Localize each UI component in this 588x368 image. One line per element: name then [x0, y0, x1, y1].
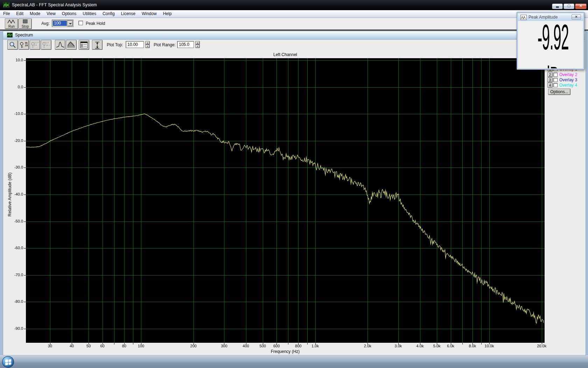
- overlay-select-button-3[interactable]: 3: [547, 77, 553, 82]
- main-toolbar: Run Stop Avg: 100 Peak Hold: [0, 18, 588, 29]
- run-wave-icon: [7, 19, 16, 24]
- overlay-select-button-4[interactable]: 4: [547, 83, 553, 88]
- taskbar: [0, 355, 588, 368]
- x-tick-label: 1.0k: [308, 344, 323, 348]
- x-tick-label: 400: [238, 344, 254, 348]
- options-dialog-icon: [80, 41, 88, 48]
- y-tick-label: -90.0: [9, 326, 23, 330]
- plot-range-field[interactable]: 105.0: [177, 41, 194, 48]
- x-axis-label: Frequency (Hz): [141, 349, 429, 354]
- menu-item-view[interactable]: View: [43, 10, 59, 18]
- minimize-button[interactable]: ▃: [552, 4, 563, 9]
- close-icon: ✕: [579, 4, 582, 8]
- plot-top-label: Plot Top:: [107, 42, 123, 47]
- y-tick-label: -20.0: [9, 138, 23, 143]
- avg-value: 100: [53, 21, 67, 26]
- menu-item-license[interactable]: License: [118, 10, 139, 18]
- menu-item-edit[interactable]: Edit: [13, 10, 27, 18]
- menu-item-help[interactable]: Help: [160, 10, 175, 18]
- zoom-in-2x-button[interactable]: IN2X: [19, 40, 29, 50]
- y-tick-label: -60.0: [9, 246, 23, 250]
- y-tick-label: -50.0: [9, 219, 23, 223]
- close-icon: ✕: [575, 15, 578, 19]
- peak-amplitude-titlebar[interactable]: Peak Amplitude ✕: [518, 13, 583, 21]
- avg-label: Avg:: [41, 21, 50, 26]
- avg-dropdown-arrow[interactable]: [67, 20, 73, 26]
- y-tick-label: 10.0: [9, 58, 23, 62]
- app-icon: [3, 2, 9, 8]
- plot-range-spinner[interactable]: ▲ ▼: [195, 41, 200, 48]
- y-tick-label: -10.0: [9, 111, 23, 116]
- y-tick-label: -80.0: [9, 299, 23, 304]
- peak-amplitude-body: -9.92 dB: [518, 21, 583, 68]
- overlay-label-4: Overlay 4: [559, 83, 577, 88]
- zoom-out-2x-button[interactable]: OUT2X: [30, 40, 40, 50]
- peak-amplitude-value: -9.92 dB: [538, 21, 564, 68]
- chevron-down-icon: [69, 23, 72, 26]
- menu-item-config[interactable]: Config: [99, 10, 118, 18]
- spectrum-curve-mode-button[interactable]: [55, 40, 65, 50]
- peak-hold-checkbox[interactable]: [78, 21, 83, 25]
- chart-title: Left Channel: [141, 52, 429, 57]
- x-tick-label: 60: [95, 344, 110, 348]
- avg-combobox[interactable]: 100: [52, 20, 74, 27]
- run-button-label: Run: [5, 25, 18, 28]
- spectrum-titlebar[interactable]: Spectrum: [3, 31, 585, 40]
- zoom-out-full-button[interactable]: OUTFULL: [41, 40, 51, 50]
- zoom-tool-button[interactable]: [7, 40, 18, 50]
- menu-item-utilities[interactable]: Utilities: [79, 10, 99, 18]
- stop-square-icon: [21, 19, 29, 24]
- overlay-options-button[interactable]: Options...: [548, 89, 570, 95]
- x-tick-label: 200: [186, 344, 201, 348]
- x-tick-label: 10.0k: [482, 344, 497, 348]
- x-tick-label: 300: [216, 344, 232, 348]
- peak-amplitude-icon: [520, 15, 527, 20]
- x-tick-label: 800: [290, 344, 306, 348]
- overlay-select-button-2[interactable]: 2: [547, 72, 553, 77]
- x-tick-label: 40: [64, 344, 79, 348]
- x-tick-label: 4.0k: [412, 344, 428, 348]
- run-button[interactable]: Run: [5, 19, 18, 29]
- overlay-label-3: Overlay 3: [559, 77, 577, 82]
- bar-graph-icon: [67, 41, 76, 48]
- x-tick-label: 50: [81, 344, 96, 348]
- stop-button[interactable]: Stop: [19, 19, 32, 29]
- x-tick-label: 30: [42, 344, 58, 348]
- peak-close-button[interactable]: ✕: [572, 14, 581, 20]
- menu-item-mode[interactable]: Mode: [27, 10, 43, 18]
- overlay-checkbox-3[interactable]: [553, 78, 558, 82]
- amplitude-range-button[interactable]: [92, 40, 103, 50]
- x-tick-label: 100: [133, 344, 149, 348]
- spectrum-toolbar: IN2X OUT2X OUTFULL: [3, 40, 585, 51]
- overlay-checkbox-2[interactable]: [553, 73, 558, 77]
- maximize-button[interactable]: ▢: [564, 4, 574, 9]
- overlay-label-2: Overlay 2: [559, 72, 577, 77]
- plot-top-spinner[interactable]: ▲ ▼: [145, 41, 150, 48]
- menu-item-file[interactable]: File: [0, 10, 13, 18]
- close-button[interactable]: ✕: [575, 4, 587, 9]
- peak-hold-label: Peak Hold: [86, 21, 105, 26]
- zoom-in-2x-text: IN2X: [25, 42, 28, 47]
- display-options-button[interactable]: [79, 40, 89, 50]
- x-tick-label: 80: [117, 344, 132, 348]
- spinner-up-icon[interactable]: ▲: [195, 41, 200, 45]
- y-tick-label: -70.0: [9, 273, 23, 277]
- minimize-icon: ▃: [556, 4, 559, 8]
- windows-flag-icon: [5, 359, 11, 365]
- plot-top-field[interactable]: 10.00: [126, 41, 144, 48]
- bar-graph-mode-button[interactable]: [66, 40, 77, 50]
- x-tick-label: 8.0k: [465, 344, 480, 348]
- x-tick-label: 600: [269, 344, 284, 348]
- x-tick-label: 500: [255, 344, 271, 348]
- peak-amplitude-window[interactable]: Peak Amplitude ✕ -9.92 dB: [517, 12, 584, 70]
- zoom-out-2x-text: OUT2X: [34, 42, 39, 47]
- overlay-checkbox-4[interactable]: [553, 83, 558, 87]
- menu-item-options[interactable]: Options: [59, 10, 79, 18]
- spinner-down-icon[interactable]: ▼: [195, 45, 200, 48]
- spinner-down-icon[interactable]: ▼: [145, 45, 150, 48]
- window-title: SpectraLAB - FFT Spectral Analysis Syste…: [12, 2, 97, 7]
- vertical-range-icon: [94, 41, 100, 49]
- spinner-up-icon[interactable]: ▲: [145, 41, 150, 45]
- start-button[interactable]: [2, 356, 14, 368]
- menu-item-window[interactable]: Window: [139, 10, 160, 18]
